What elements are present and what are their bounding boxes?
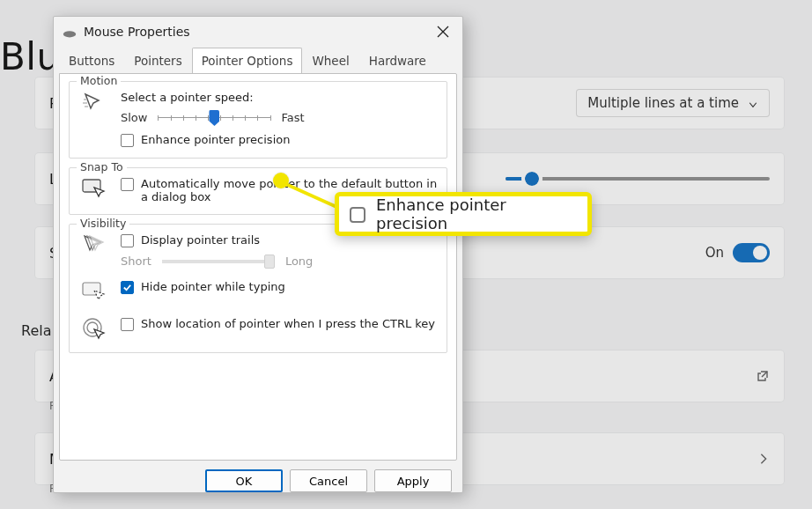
slider-thumb-icon <box>209 110 219 126</box>
annotation-dot-icon <box>273 173 289 188</box>
annotation-callout: Enhance pointer precision <box>335 192 592 236</box>
select-speed-label: Select a pointer speed: <box>121 91 438 104</box>
ctrl-locate-icon <box>82 317 107 342</box>
mouse-icon <box>63 27 77 36</box>
snapto-icon <box>82 177 107 202</box>
mouse-properties-dialog: Mouse Properties Buttons Pointers Pointe… <box>53 16 463 493</box>
group-title-visibility: Visibility <box>77 217 129 230</box>
enhance-precision-label: Enhance pointer precision <box>141 133 290 146</box>
fast-label: Fast <box>281 111 304 124</box>
slider-thumb-icon <box>525 172 539 186</box>
pointer-speed-slider[interactable] <box>158 117 270 118</box>
trails-checkbox[interactable] <box>121 234 134 247</box>
tab-panel-pointer-options: Motion Select a pointer speed: Slow <box>59 73 457 461</box>
tab-hardware[interactable]: Hardware <box>359 48 436 74</box>
chevron-down-icon <box>748 98 758 108</box>
tab-wheel[interactable]: Wheel <box>302 48 358 74</box>
tab-pointer-options[interactable]: Pointer Options <box>192 48 303 74</box>
cancel-button[interactable]: Cancel <box>290 469 367 492</box>
lines-dropdown[interactable]: Multiple lines at a time <box>576 89 770 117</box>
snapto-checkbox[interactable] <box>121 178 134 191</box>
slider-thumb-icon <box>264 254 275 269</box>
related-heading: Rela <box>21 322 52 339</box>
ctrl-locate-label: Show location of pointer when I press th… <box>141 317 435 330</box>
slow-label: Slow <box>121 111 147 124</box>
external-link-icon <box>756 369 770 383</box>
trails-label: Display pointer trails <box>141 233 260 247</box>
callout-label: Enhance pointer precision <box>376 195 577 232</box>
enhance-precision-checkbox[interactable] <box>121 134 134 147</box>
titlebar: Mouse Properties <box>54 17 462 47</box>
svg-point-0 <box>63 32 76 38</box>
trails-short-label: Short <box>121 254 151 268</box>
ctrl-locate-checkbox[interactable] <box>121 318 134 331</box>
hide-pointer-icon <box>82 280 107 305</box>
callout-checkbox-icon <box>350 207 365 223</box>
pointer-trails-icon <box>82 233 107 258</box>
close-button[interactable] <box>424 18 462 45</box>
apply-button[interactable]: Apply <box>374 469 452 492</box>
ok-button[interactable]: OK <box>205 469 283 492</box>
group-title-snapto: Snap To <box>77 160 127 173</box>
hide-pointer-label: Hide pointer while typing <box>141 280 285 293</box>
trails-long-label: Long <box>285 254 313 268</box>
dialog-title: Mouse Properties <box>84 25 190 39</box>
chevron-right-icon <box>757 453 770 465</box>
bg-slider[interactable] <box>506 177 770 181</box>
pointer-speed-icon <box>82 91 107 115</box>
toggle-switch[interactable] <box>733 243 770 262</box>
dialog-button-row: OK Cancel Apply <box>54 461 462 492</box>
toggle-label: On <box>705 245 724 261</box>
trails-slider <box>162 260 275 263</box>
group-title-motion: Motion <box>77 74 121 87</box>
hide-pointer-checkbox[interactable] <box>121 281 134 294</box>
group-motion: Motion Select a pointer speed: Slow <box>69 81 447 159</box>
group-visibility: Visibility Display pointer trails <box>69 224 447 353</box>
tab-bar: Buttons Pointers Pointer Options Wheel H… <box>54 47 462 73</box>
tab-pointers[interactable]: Pointers <box>124 48 191 74</box>
tab-buttons[interactable]: Buttons <box>59 48 124 74</box>
dropdown-label: Multiple lines at a time <box>587 95 739 111</box>
